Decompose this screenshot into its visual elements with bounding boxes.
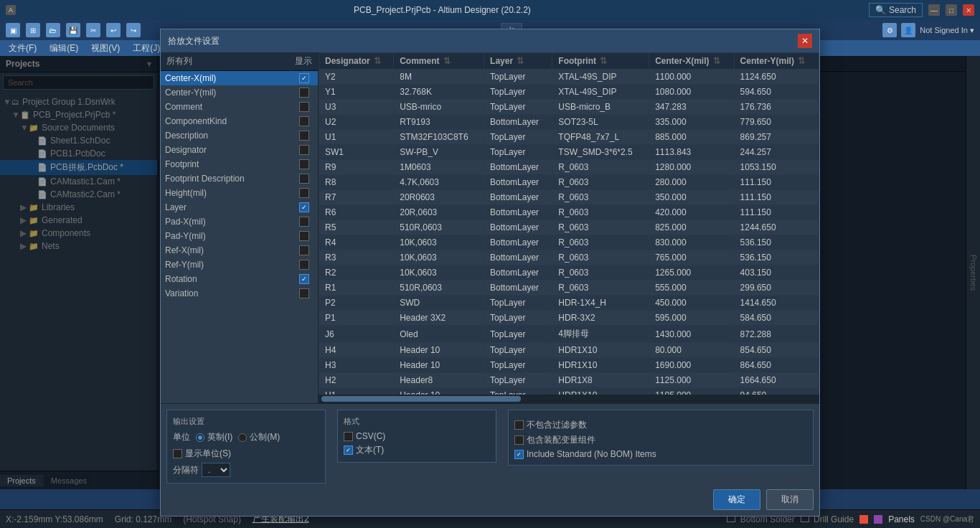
col-checkbox-height[interactable] <box>299 188 309 198</box>
col-checkbox-variation[interactable] <box>299 288 309 298</box>
col-checkbox-centery[interactable] <box>299 88 309 98</box>
col-item-componentkind[interactable]: ComponentKind <box>161 114 318 128</box>
table-row[interactable]: R84.7K,0603BottomLayerR_0603280.000111.1… <box>319 175 819 190</box>
table-row[interactable]: R310K,0603BottomLayerR_0603765.000536.15… <box>319 250 819 265</box>
window-close-button[interactable]: ✕ <box>963 4 974 16</box>
include-standard-checkbox[interactable]: Include Standard (No BOM) Items <box>514 449 807 459</box>
col-checkbox-footprint-desc[interactable] <box>299 174 309 184</box>
col-checkbox-componentkind[interactable] <box>299 116 309 126</box>
col-checkbox-padx[interactable] <box>299 217 309 227</box>
ok-button[interactable]: 确定 <box>713 489 760 510</box>
col-checkbox-centerx[interactable] <box>299 73 309 83</box>
table-row[interactable]: U3USB-mricoTopLayerUSB-micro_B347.283176… <box>319 100 819 115</box>
table-row[interactable]: U1STM32F103C8T6TopLayerTQFP48_7x7_L885.0… <box>319 130 819 145</box>
table-row[interactable]: R210K,0603BottomLayerR_06031265.000403.1… <box>319 265 819 280</box>
col-item-designator[interactable]: Designator <box>161 143 318 157</box>
toolbar-icon-4[interactable]: 💾 <box>66 23 80 37</box>
table-row[interactable]: R5510R,0603BottomLayerR_0603825.0001244.… <box>319 220 819 235</box>
metric-radio[interactable]: 公制(M) <box>238 431 280 443</box>
col-item-footprint-desc[interactable]: Footprint Description <box>161 171 318 186</box>
table-row[interactable]: Y132.768KTopLayerXTAL-49S_DIP1080.000594… <box>319 85 819 100</box>
col-item-rotation[interactable]: Rotation <box>161 272 318 286</box>
show-unit-checkbox-box[interactable] <box>173 449 182 458</box>
exclude-filtered-checkbox[interactable]: 不包含过滤参数 <box>514 419 807 431</box>
title-bar-controls[interactable]: 🔍 Search — □ ✕ <box>869 3 974 17</box>
table-row[interactable]: R410K,0603BottomLayerR_0603830.000536.15… <box>319 235 819 250</box>
col-item-layer[interactable]: Layer <box>161 200 318 214</box>
csv-checkbox-box[interactable] <box>344 432 353 441</box>
include-standard-checkbox-box[interactable] <box>514 450 524 459</box>
modal-close-button[interactable]: ✕ <box>798 34 812 48</box>
toolbar-icon-undo[interactable]: ↩ <box>106 23 121 37</box>
toolbar-icon-3[interactable]: 🗁 <box>46 23 60 37</box>
sep-dropdown[interactable]: . , <box>202 463 230 477</box>
col-checkbox-pady[interactable] <box>299 231 309 241</box>
imperial-radio-circle[interactable] <box>196 433 204 442</box>
th-designator[interactable]: Designator ⇅ <box>319 53 394 70</box>
table-row[interactable]: J6OledTopLayer4脚排母1430.000872.288 <box>319 326 819 343</box>
col-item-description[interactable]: Description <box>161 128 318 143</box>
table-row[interactable]: P2SWDTopLayerHDR-1X4_H450.0001414.650 <box>319 296 819 311</box>
col-checkbox-description[interactable] <box>299 131 309 141</box>
imperial-radio[interactable]: 英制(I) <box>196 431 232 443</box>
th-layer[interactable]: Layer ⇅ <box>484 53 552 70</box>
table-row[interactable]: Y28MTopLayerXTAL-49S_DIP1100.0001124.650 <box>319 70 819 85</box>
col-item-comment[interactable]: Comment <box>161 100 318 114</box>
table-row[interactable]: H2Header8TopLayerHDR1X81125.0001664.650 <box>319 373 819 388</box>
col-item-footprint[interactable]: Footprint <box>161 157 318 171</box>
toolbar-icon-1[interactable]: ▣ <box>6 23 20 37</box>
table-row[interactable]: R620R,0603BottomLayerR_0603420.000111.15… <box>319 205 819 220</box>
menu-view[interactable]: 视图(V) <box>85 41 126 56</box>
text-checkbox-box[interactable] <box>344 446 353 455</box>
exclude-filtered-checkbox-box[interactable] <box>514 420 524 430</box>
col-checkbox-comment[interactable] <box>299 102 309 112</box>
maximize-button[interactable]: □ <box>946 4 957 16</box>
horizontal-scrollbar[interactable] <box>319 395 819 403</box>
menu-edit[interactable]: 编辑(E) <box>44 41 84 56</box>
toolbar-icon-2[interactable]: ⊞ <box>26 23 40 37</box>
th-comment[interactable]: Comment ⇅ <box>394 53 484 70</box>
col-checkbox-rotation[interactable] <box>299 274 309 284</box>
table-row[interactable]: R91M0603BottomLayerR_06031280.0001053.15… <box>319 160 819 175</box>
th-cy[interactable]: Center-Y(mil) ⇅ <box>734 53 819 70</box>
table-row[interactable]: H3Header 10TopLayerHDR1X101690.000864.65… <box>319 358 819 373</box>
table-row[interactable]: SW1SW-PB_VTopLayerTSW_SMD-3*6*2.51113.84… <box>319 145 819 160</box>
cancel-button[interactable]: 取消 <box>766 489 814 510</box>
settings-icon[interactable]: ⚙ <box>882 23 897 37</box>
col-checkbox-designator[interactable] <box>299 145 309 155</box>
panels-button[interactable]: Panels <box>888 514 915 524</box>
col-checkbox-footprint[interactable] <box>299 159 309 169</box>
toolbar-icon-5[interactable]: ✂ <box>86 23 100 37</box>
col-checkbox-refy[interactable] <box>299 260 309 270</box>
data-table-container[interactable]: Designator ⇅ Comment ⇅ Layer <box>319 52 819 395</box>
table-row[interactable]: R1510R,0603BottomLayerR_0603555.000299.6… <box>319 280 819 296</box>
minimize-button[interactable]: — <box>928 4 940 16</box>
col-checkbox-layer[interactable] <box>299 202 309 212</box>
col-item-padx[interactable]: Pad-X(mil) <box>161 214 318 229</box>
toolbar-icon-redo[interactable]: ↪ <box>126 23 141 37</box>
table-row[interactable]: H4Header 10TopLayerHDR1X1080.000854.650 <box>319 343 819 358</box>
col-item-refy[interactable]: Ref-Y(mil) <box>161 258 318 272</box>
th-footprint[interactable]: Footprint ⇅ <box>552 53 649 70</box>
show-unit-checkbox[interactable]: 显示单位(S) <box>173 448 319 460</box>
metric-radio-circle[interactable] <box>238 433 247 442</box>
table-row[interactable]: U2RT9193BottomLayerSOT23-5L335.000779.65… <box>319 115 819 130</box>
text-checkbox[interactable]: 文本(T) <box>344 444 490 456</box>
table-row[interactable]: H1Header 10TopLayerHDR1X101105.00094.650 <box>319 388 819 395</box>
include-assembly-checkbox-box[interactable] <box>514 435 524 445</box>
include-assembly-checkbox[interactable]: 包含装配变量组件 <box>514 434 807 446</box>
col-item-variation[interactable]: Variation <box>161 286 318 301</box>
col-item-centerx[interactable]: Center-X(mil) <box>161 71 318 85</box>
table-row[interactable]: P1Header 3X2TopLayerHDR-3X2595.000584.65… <box>319 311 819 326</box>
col-item-refx[interactable]: Ref-X(mil) <box>161 243 318 258</box>
csv-checkbox[interactable]: CSV(C) <box>344 431 490 441</box>
table-row[interactable]: R720R0603BottomLayerR_0603350.000111.150 <box>319 190 819 205</box>
th-cx[interactable]: Center-X(mil) ⇅ <box>649 53 734 70</box>
col-item-height[interactable]: Height(mil) <box>161 186 318 200</box>
col-checkbox-refx[interactable] <box>299 245 309 255</box>
menu-file[interactable]: 文件(F) <box>3 41 42 56</box>
scrollbar-thumb[interactable] <box>321 396 521 402</box>
profile-icon[interactable]: 👤 <box>901 23 915 37</box>
col-item-pady[interactable]: Pad-Y(mil) <box>161 229 318 243</box>
col-item-centery[interactable]: Center-Y(mil) <box>161 85 318 100</box>
